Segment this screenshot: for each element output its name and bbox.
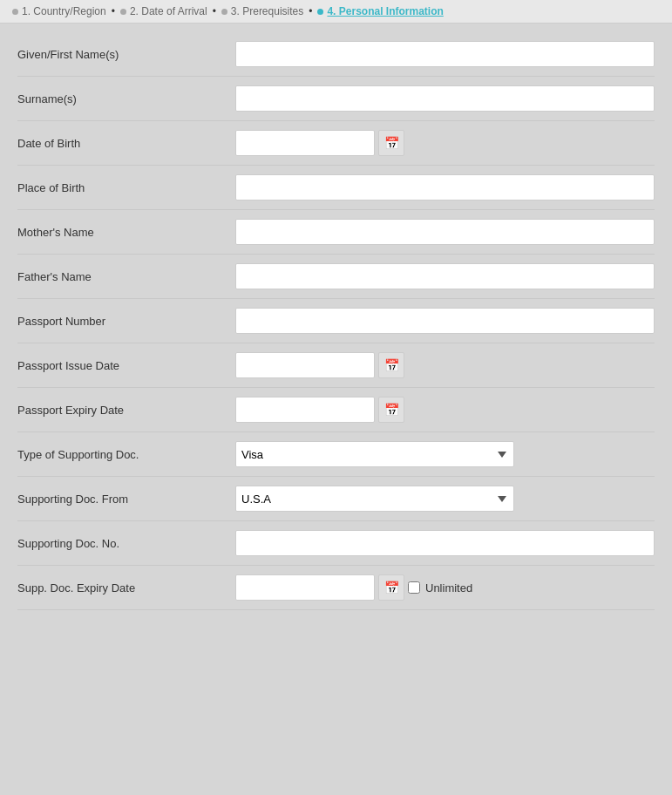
supp-doc-expiry-date-row: Supp. Doc. Expiry Date 📅 Unlimited [17, 566, 655, 610]
surname-input[interactable] [235, 85, 655, 112]
supporting-doc-from-select[interactable]: U.S.A Canada UK Australia [235, 486, 514, 512]
breadcrumb-separator-2: • [213, 5, 216, 17]
given-first-name-input[interactable] [235, 41, 655, 67]
breadcrumb-item-4: 4. Personal Information [317, 5, 443, 17]
passport-number-label: Passport Number [17, 315, 235, 328]
date-of-birth-label: Date of Birth [17, 137, 235, 150]
supporting-doc-no-row: Supporting Doc. No. [17, 521, 655, 566]
supp-doc-expiry-date-input-area: 📅 Unlimited [235, 574, 655, 601]
breadcrumb-separator-3: • [309, 5, 312, 17]
passport-expiry-date-row: Passport Expiry Date 📅 [17, 388, 655, 432]
type-of-supporting-doc-label: Type of Supporting Doc. [17, 448, 235, 461]
breadcrumb-dot-1 [12, 9, 18, 15]
supp-doc-expiry-date-input[interactable] [235, 574, 375, 601]
breadcrumb-label-1: 1. Country/Region [22, 5, 106, 17]
supporting-doc-no-label: Supporting Doc. No. [17, 537, 235, 550]
breadcrumb-item-2: 2. Date of Arrival [120, 5, 207, 17]
supporting-doc-no-input-area [235, 530, 655, 556]
surname-input-area [235, 85, 655, 112]
place-of-birth-row: Place of Birth [17, 166, 655, 210]
fathers-name-row: Father's Name [17, 255, 655, 299]
breadcrumb-dot-2 [120, 9, 126, 15]
passport-number-input-area [235, 308, 655, 334]
unlimited-checkbox[interactable] [408, 581, 420, 594]
breadcrumb-separator-1: • [112, 5, 115, 17]
mothers-name-label: Mother's Name [17, 226, 235, 239]
passport-number-input[interactable] [235, 308, 655, 334]
supporting-doc-no-input[interactable] [235, 530, 655, 556]
place-of-birth-label: Place of Birth [17, 181, 235, 194]
passport-issue-date-row: Passport Issue Date 📅 [17, 343, 655, 388]
mothers-name-input-area [235, 219, 655, 245]
passport-issue-date-label: Passport Issue Date [17, 359, 235, 372]
passport-issue-date-input-area: 📅 [235, 352, 655, 378]
fathers-name-input-area [235, 263, 655, 289]
passport-number-row: Passport Number [17, 299, 655, 343]
date-of-birth-input[interactable] [235, 130, 375, 156]
given-first-name-row: Given/First Name(s) [17, 32, 655, 77]
breadcrumb-label-2: 2. Date of Arrival [130, 5, 207, 17]
passport-expiry-date-input[interactable] [235, 397, 375, 423]
given-first-name-input-area [235, 41, 655, 67]
supporting-doc-from-input-area: U.S.A Canada UK Australia [235, 486, 655, 512]
breadcrumb-bar: 1. Country/Region • 2. Date of Arrival •… [0, 0, 672, 24]
supp-doc-expiry-date-label: Supp. Doc. Expiry Date [17, 581, 235, 595]
form-container: Given/First Name(s) Surname(s) Date of B… [0, 24, 672, 628]
surname-label: Surname(s) [17, 92, 235, 105]
passport-issue-date-input[interactable] [235, 352, 375, 378]
type-of-supporting-doc-row: Type of Supporting Doc. Visa Residence P… [17, 432, 655, 477]
date-of-birth-calendar-button[interactable]: 📅 [378, 130, 404, 156]
breadcrumb-label-4: 4. Personal Information [327, 5, 443, 17]
breadcrumb-dot-3 [221, 9, 227, 15]
breadcrumb-item-3: 3. Prerequisites [221, 5, 303, 17]
type-of-supporting-doc-input-area: Visa Residence Permit Work Permit [235, 441, 655, 467]
supporting-doc-from-label: Supporting Doc. From [17, 493, 235, 506]
date-of-birth-input-area: 📅 [235, 130, 655, 156]
unlimited-checkbox-row: Unlimited [408, 581, 472, 595]
place-of-birth-input[interactable] [235, 174, 655, 200]
passport-issue-date-calendar-button[interactable]: 📅 [378, 352, 404, 378]
supp-doc-expiry-date-calendar-button[interactable]: 📅 [378, 574, 404, 601]
fathers-name-input[interactable] [235, 263, 655, 289]
unlimited-label: Unlimited [425, 581, 472, 595]
breadcrumb-label-3: 3. Prerequisites [231, 5, 303, 17]
fathers-name-label: Father's Name [17, 270, 235, 283]
supporting-doc-from-row: Supporting Doc. From U.S.A Canada UK Aus… [17, 477, 655, 521]
passport-expiry-date-label: Passport Expiry Date [17, 404, 235, 417]
mothers-name-input[interactable] [235, 219, 655, 245]
mothers-name-row: Mother's Name [17, 210, 655, 255]
date-of-birth-row: Date of Birth 📅 [17, 121, 655, 166]
place-of-birth-input-area [235, 174, 655, 200]
breadcrumb-dot-4 [317, 9, 323, 15]
given-first-name-label: Given/First Name(s) [17, 48, 235, 61]
surname-row: Surname(s) [17, 77, 655, 121]
passport-expiry-date-input-area: 📅 [235, 397, 655, 423]
breadcrumb-item-1: 1. Country/Region [12, 5, 106, 17]
passport-expiry-date-calendar-button[interactable]: 📅 [378, 397, 404, 423]
type-of-supporting-doc-select[interactable]: Visa Residence Permit Work Permit [235, 441, 514, 467]
